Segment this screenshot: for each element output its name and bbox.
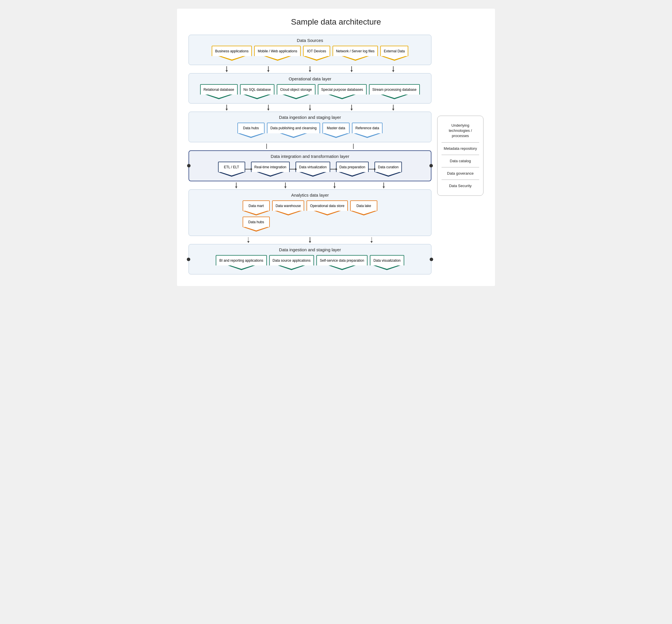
dot-right-bottom [430,258,433,261]
connector-5 [188,237,432,243]
analytics-layer: Analytics data layer Data mart Data hubs [188,189,432,236]
list-item: Data mart [242,200,270,215]
list-item: Stream processing database [369,84,420,99]
item-point [381,56,408,61]
list-item: Data warehouse [272,200,304,215]
layers-container: Data Sources Business applications Mobil… [188,35,432,275]
dot-right [430,164,433,167]
h-arrow [369,169,374,170]
sidebar-item-security: Data Security [442,181,479,191]
sidebar-item-metadata: Metadata repository [442,144,479,154]
item-body: Data warehouse [272,200,304,211]
item-body: Business applications [212,46,252,56]
connector-line [393,105,393,110]
item-body: Data lake [350,200,377,211]
ingestion-layer: Data ingestion and staging layer Data hu… [188,112,432,142]
item-point [205,95,232,99]
data-sources-layer: Data Sources Business applications Mobil… [188,35,432,65]
main-content: Data Sources Business applications Mobil… [188,35,484,275]
list-item: Self-service data preparation [316,255,367,270]
integration-items: ETL / ELT Real-time integration Data vir… [193,162,427,177]
list-item: BI and reporting applications [216,255,266,270]
item-point [278,265,305,270]
list-item: Data source applications [269,255,314,270]
connector-line [371,237,372,243]
item-point [339,172,366,177]
list-item: Data virtualization [295,162,330,177]
list-item: No SQL database [240,84,275,99]
item-point [264,56,291,61]
sidebar-divider [442,167,479,167]
page-wrapper: Sample data architecture Data Sources Bu… [177,9,495,286]
connector-line [351,66,352,72]
item-body: Data virtualization [295,162,330,172]
list-item: Data curation [374,162,402,177]
sidebar-box: Underlying technologies / processes Meta… [437,116,484,196]
item-body: Data visualization [370,255,404,265]
connector-4 [188,182,432,188]
connector-line [310,66,310,72]
connector-line [226,105,227,110]
item-body: External Data [380,46,408,56]
analytics-title: Analytics data layer [193,192,427,198]
connector-line [248,237,249,243]
connector-line [236,182,236,188]
sidebar-divider [442,180,479,180]
item-body: Relational database [200,84,238,95]
connector-1 [188,66,432,72]
list-item: Operational data store [307,200,348,215]
sidebar-title: Underlying technologies / processes [442,121,479,141]
item-body: IOT Devices [303,46,330,56]
data-sources-title: Data Sources [193,38,427,43]
item-body: Stream processing database [369,84,420,95]
list-item: Reference data [352,123,383,138]
list-item: Data lake [350,200,377,215]
list-item: Data hubs [242,216,270,232]
connector-3 [188,144,432,149]
item-point [257,172,284,177]
operational-layer: Operational data layer Relational databa… [188,73,432,104]
item-point [314,211,341,215]
item-point [373,265,400,270]
h-arrow [290,169,295,170]
item-body: ETL / ELT [218,162,245,172]
h-arrow [330,169,336,170]
item-point [375,172,402,177]
connector-line [268,66,268,72]
list-item: Business applications [212,46,252,61]
item-point [242,211,270,215]
item-point [218,172,245,177]
item-body: Data preparation [336,162,369,172]
dot-left [187,164,190,167]
presentation-items: BI and reporting applications Data sourc… [193,255,427,270]
item-body: Self-service data preparation [316,255,367,265]
list-item: Cloud object storage [277,84,315,99]
list-item: ETL / ELT [218,162,245,177]
item-body: Mobile / Web applications [254,46,301,56]
item-point [299,172,327,177]
connector-line [268,105,268,110]
connector-line [285,182,286,188]
analytics-stacked-group: Data mart Data hubs [242,200,270,232]
item-body: Special purpose databases [318,84,367,95]
item-body: Data mart [242,200,270,211]
connector-line [351,105,352,110]
operational-title: Operational data layer [193,76,427,81]
item-body: Network / Server log files [333,46,378,56]
item-point [354,133,381,138]
list-item: Data visualization [370,255,404,270]
item-point [275,211,302,215]
item-point [283,95,310,99]
connector-line [310,105,310,110]
item-point [329,265,356,270]
ingestion-title: Data ingestion and staging layer [193,115,427,120]
ingestion-items: Data hubs Data publishing and cleansing … [193,123,427,138]
list-item: Data preparation [336,162,369,177]
presentation-title: Data ingestion and staging layer [193,247,427,252]
item-body: Real-time integration [251,162,290,172]
item-point [243,95,270,99]
dot-left-bottom [187,258,190,261]
item-body: No SQL database [240,84,275,95]
item-body: Data publishing and cleansing [267,123,320,133]
item-point [303,56,330,61]
